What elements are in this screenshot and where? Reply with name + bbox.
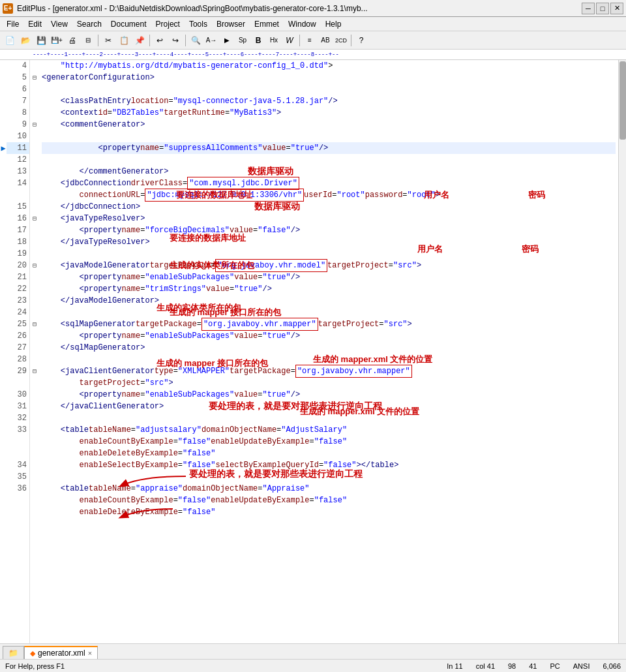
code-line-33: <table tableName="adjustsalary" domainOb…	[42, 424, 616, 436]
tb-redo[interactable]: ↪	[168, 33, 183, 48]
tb-ab[interactable]: AB	[318, 33, 333, 48]
bp-26	[0, 330, 7, 342]
title-bar-left: E+ EditPlus - [generator.xml - D:\BaiduN…	[3, 3, 368, 14]
menu-view[interactable]: View	[47, 19, 72, 29]
code-line-32	[42, 412, 616, 424]
fold-26	[30, 330, 39, 342]
fold-17	[30, 224, 39, 236]
fold-5[interactable]: ⊟	[30, 72, 39, 84]
menu-emmet[interactable]: Emmet	[250, 19, 283, 29]
fold-34	[30, 459, 39, 471]
ln-23: 23	[7, 295, 29, 307]
xml-file-icon: ◆	[30, 649, 35, 658]
bp-32	[0, 412, 7, 424]
tb-help[interactable]: ?	[354, 33, 368, 48]
menu-window[interactable]: Window	[284, 19, 320, 29]
tb-sep3	[185, 35, 186, 46]
ln-17: 17	[7, 224, 29, 236]
menu-edit[interactable]: Edit	[24, 19, 46, 29]
fold-8	[30, 107, 39, 119]
code-line-36c: enableDeleteByExample="false"	[42, 506, 616, 518]
menu-help[interactable]: Help	[321, 19, 346, 29]
fold-29[interactable]: ⊟	[30, 365, 39, 377]
menu-search[interactable]: Search	[73, 19, 106, 29]
tb-new[interactable]: 📄	[3, 33, 17, 48]
ln-13: 13	[7, 166, 29, 177]
code-line-33c: enableDeleteByExample="false"	[42, 448, 616, 459]
bp-35	[0, 471, 7, 483]
tb-print2[interactable]: ⊟	[81, 33, 95, 48]
menu-file[interactable]: File	[3, 19, 23, 29]
tb-hx[interactable]: Hx	[267, 33, 281, 48]
tab-close-btn[interactable]: ×	[88, 649, 92, 657]
tb-b[interactable]: B	[251, 33, 265, 48]
bp-5	[0, 72, 7, 84]
fold-24	[30, 307, 39, 318]
ln-29: 29	[7, 365, 29, 377]
fold-16[interactable]: ⊟	[30, 213, 39, 224]
tab-generator-xml[interactable]: ◆ generator.xml ×	[24, 646, 98, 659]
ln-27: 27	[7, 342, 29, 354]
tb-print[interactable]: 🖨	[65, 33, 80, 48]
toolbar: 📄 📂 💾 💾+ 🖨 ⊟ ✂ 📋 📌 ↩ ↪ 🔍 A→ ▶ Sp B Hx W …	[0, 31, 626, 50]
maximize-button[interactable]: □	[596, 3, 609, 14]
code-line-18: </javaTypeResolver>	[42, 236, 616, 248]
bp-25	[0, 318, 7, 330]
scrollbar[interactable]	[618, 60, 626, 643]
tb-open[interactable]: 📂	[18, 33, 33, 48]
menu-project[interactable]: Project	[152, 19, 184, 29]
window-controls[interactable]: ─ □ ✕	[582, 3, 623, 14]
fold-36c	[30, 506, 39, 518]
tab-filename: generator.xml	[38, 649, 85, 658]
ln-11: 11	[7, 142, 29, 154]
menu-tools[interactable]: Tools	[185, 19, 211, 29]
fold-25[interactable]: ⊟	[30, 318, 39, 330]
tb-save[interactable]: 💾	[34, 33, 48, 48]
bp-29	[0, 365, 7, 377]
close-button[interactable]: ✕	[610, 3, 623, 14]
tb-2cd[interactable]: 2CD	[334, 33, 348, 48]
tb-saveall[interactable]: 💾+	[50, 33, 64, 48]
bp-6	[0, 84, 7, 95]
folder-icon: 📁	[8, 649, 18, 658]
tb-cut[interactable]: ✂	[101, 33, 115, 48]
bp-gutter: ▶	[0, 60, 7, 643]
tb-w[interactable]: W	[282, 33, 297, 48]
code-line-36: <table tableName="appraise" domainObject…	[42, 483, 616, 495]
fold-9[interactable]: ⊟	[30, 119, 39, 130]
fold-13	[30, 166, 39, 177]
tb-findnext[interactable]: ▶	[220, 33, 234, 48]
ln-7: 7	[7, 95, 29, 107]
code-content: "http://mybatis.org/dtd/mybatis-generato…	[39, 60, 618, 518]
minimize-button[interactable]: ─	[582, 3, 595, 14]
code-line-35	[42, 471, 616, 483]
tb-spell[interactable]: Sp	[235, 33, 250, 48]
code-line-25: <sqlMapGenerator targetPackage="org.java…	[42, 318, 616, 330]
code-line-34: enableSelectByExample="false" selectByEx…	[42, 459, 616, 471]
menu-browser[interactable]: Browser	[213, 19, 249, 29]
tb-paste[interactable]: 📌	[132, 33, 147, 48]
tb-lines[interactable]: ≡	[303, 33, 317, 48]
status-n2: 41	[529, 662, 537, 670]
fold-33c	[30, 448, 39, 459]
ln-35: 35	[7, 471, 29, 483]
code-line-26: <property name="enableSubPackages" value…	[42, 330, 616, 342]
fold-23	[30, 295, 39, 307]
tb-replace[interactable]: A→	[204, 33, 218, 48]
ln-36b	[7, 495, 29, 506]
code-line-33b: enableCountByExample="false" enableUpdat…	[42, 436, 616, 448]
menu-document[interactable]: Document	[107, 19, 151, 29]
fold-31	[30, 401, 39, 412]
ln-33c	[7, 448, 29, 459]
fold-20[interactable]: ⊟	[30, 260, 39, 271]
fold-36b	[30, 495, 39, 506]
fold-12	[30, 154, 39, 166]
tb-sep5	[351, 35, 351, 46]
code-line-30: <property name="enableSubPackages" value…	[42, 389, 616, 401]
scrollbar-thumb[interactable]	[619, 61, 626, 140]
code-area[interactable]: "http://mybatis.org/dtd/mybatis-generato…	[39, 60, 618, 643]
tb-undo[interactable]: ↩	[153, 33, 167, 48]
tb-copy[interactable]: 📋	[117, 33, 131, 48]
tb-find[interactable]: 🔍	[188, 33, 203, 48]
fold-28	[30, 354, 39, 365]
